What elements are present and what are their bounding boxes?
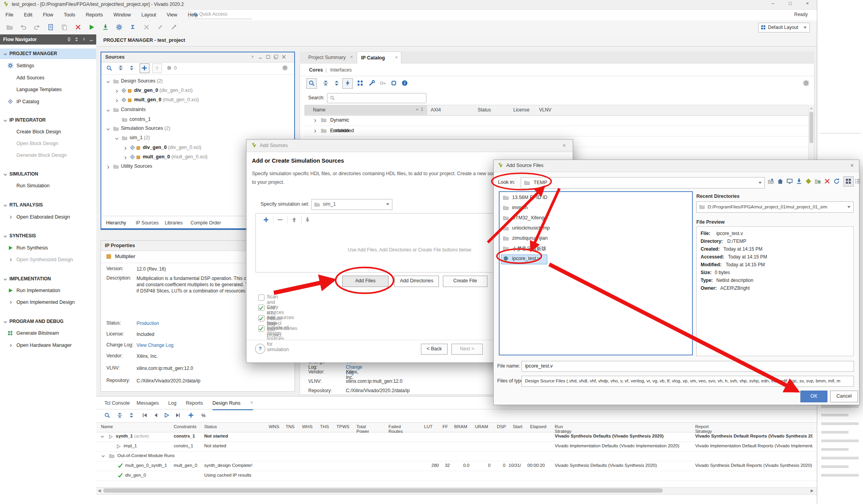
chevron-down-icon[interactable] xyxy=(106,108,110,113)
help-icon[interactable]: ? xyxy=(250,54,255,59)
chevron-down-icon[interactable] xyxy=(106,126,110,132)
column-header-status[interactable]: Status xyxy=(478,107,491,113)
chevron-right-icon[interactable] xyxy=(123,155,128,160)
sim-set-combo[interactable]: sim_1 xyxy=(311,199,392,210)
tab-tcl-console[interactable]: Tcl Console xyxy=(104,398,132,409)
tab-log[interactable]: Log xyxy=(168,398,179,409)
expand-all-icon[interactable] xyxy=(74,36,79,42)
quick-access-search[interactable]: Quick Access xyxy=(193,11,252,19)
runs-column-dsp[interactable]: DSP xyxy=(497,424,506,429)
checkbox-unchecked[interactable] xyxy=(258,294,264,301)
file-item-unlockmusictemp[interactable]: unlockmusictemp xyxy=(512,225,550,231)
add-files-button[interactable]: Add Files xyxy=(342,276,388,287)
float-icon[interactable] xyxy=(273,54,279,59)
license-key-icon[interactable] xyxy=(379,80,386,86)
sidebar-item-add-sources[interactable]: Add Sources xyxy=(16,75,45,81)
runs-table-row[interactable]: Out-of-Context Module Runs xyxy=(96,451,817,461)
chevron-right-icon[interactable] xyxy=(115,98,119,103)
chevron-right-icon[interactable] xyxy=(313,128,317,134)
chevron-down-icon[interactable] xyxy=(3,118,7,123)
runs-table-row[interactable]: div_gen_0Using cached IP results xyxy=(96,471,817,481)
expand-all-icon[interactable] xyxy=(128,412,135,418)
runs-column-tns[interactable]: TNS xyxy=(286,424,295,429)
collapse-all-icon[interactable] xyxy=(117,412,123,418)
help-icon[interactable]: ? xyxy=(152,63,162,73)
runs-column-bram[interactable]: BRAM xyxy=(454,424,467,429)
sidebar-item-ip-catalog[interactable]: IP Catalog xyxy=(16,99,39,104)
sidebar-item-run-implementation[interactable]: Run Implementation xyxy=(16,288,60,293)
runs-column-name[interactable]: Name xyxy=(101,424,113,429)
sidebar-item-open-hardware-manager[interactable]: Open Hardware Manager xyxy=(16,343,72,348)
runs-column-status[interactable]: Status xyxy=(204,424,217,429)
file-item-immich[interactable]: immich xyxy=(512,205,528,210)
files-of-type-combo[interactable]: Design Source Files (.vhd, vhdl, vhf, vh… xyxy=(521,376,854,387)
expand-all-icon[interactable] xyxy=(333,80,340,86)
chevron-down-icon[interactable] xyxy=(3,203,7,208)
tab-design-runs[interactable]: Design Runs× xyxy=(212,398,253,410)
refresh-icon[interactable] xyxy=(833,178,840,185)
runs-column-uram[interactable]: URAM xyxy=(475,424,488,429)
runs-column-tpws[interactable]: TPWS xyxy=(336,424,349,429)
move-up-icon[interactable] xyxy=(291,217,297,223)
column-header-vlnv[interactable]: VLNV xyxy=(539,107,551,113)
sidebar-item-run-simulation[interactable]: Run Simulation xyxy=(16,183,50,188)
chevron-right-icon[interactable] xyxy=(9,214,13,220)
menu-flow[interactable]: Flow xyxy=(43,12,53,18)
cancel-icon[interactable] xyxy=(143,24,150,30)
chevron-right-icon[interactable] xyxy=(9,257,13,262)
first-icon[interactable] xyxy=(142,412,148,418)
close-icon[interactable]: × xyxy=(850,162,854,169)
scroll-right-icon[interactable]: ▶ xyxy=(811,488,814,493)
filter-icon[interactable] xyxy=(344,80,351,86)
chevron-down-icon[interactable] xyxy=(106,79,110,84)
minimize-icon[interactable] xyxy=(258,54,263,59)
tree-item-sim_1[interactable]: sim_1 (2) xyxy=(129,135,150,140)
catalog-category-Embedded Processing[interactable]: Embedded Processing xyxy=(330,126,354,136)
vivado-icon[interactable] xyxy=(805,178,812,185)
checkbox-checked[interactable] xyxy=(258,315,264,321)
sidebar-section-program-and-debug[interactable]: PROGRAM AND DEBUG xyxy=(9,319,63,324)
delete-icon[interactable] xyxy=(824,178,831,185)
scroll-up-icon[interactable] xyxy=(809,106,813,111)
file-item-STM32_Xifeng[interactable]: STM32_Xifeng xyxy=(512,215,545,221)
minimize-icon[interactable] xyxy=(89,36,94,42)
minus-icon[interactable] xyxy=(277,217,283,223)
catalog-row[interactable] xyxy=(304,115,808,126)
file-item-zimutiquruanjian[interactable]: zimutiquruanjian xyxy=(512,235,548,241)
tab-compile-order[interactable]: Compile Order xyxy=(191,220,221,226)
sidebar-item-generate-bitstream[interactable]: Generate Bitstream xyxy=(16,330,59,336)
chevron-down-icon[interactable] xyxy=(101,453,105,459)
tree-item-mult_gen_0[interactable]: mult_gen_0 (mult_gen_0.xci) xyxy=(134,97,199,102)
close-icon[interactable]: × xyxy=(395,55,398,60)
chevron-down-icon[interactable] xyxy=(3,172,7,177)
column-header-name[interactable]: Name xyxy=(313,107,325,113)
sidebar-item-open-elaborated-design[interactable]: Open Elaborated Design xyxy=(16,214,70,220)
prev-icon[interactable] xyxy=(153,412,159,418)
download-icon[interactable] xyxy=(796,178,802,185)
menu-view[interactable]: View xyxy=(167,12,177,18)
help-icon[interactable]: ? xyxy=(81,36,86,42)
runs-column-ff[interactable]: FF xyxy=(442,424,448,429)
column-header-axi4[interactable]: AXI4 xyxy=(431,107,441,113)
menu-tools[interactable]: Tools xyxy=(64,12,75,18)
tree-item-Design Sources[interactable]: Design Sources (2) xyxy=(121,78,163,84)
back-button[interactable]: < Back xyxy=(421,344,448,355)
chevron-right-icon[interactable] xyxy=(123,145,128,151)
sidebar-item-open-implemented-design[interactable]: Open Implemented Design xyxy=(16,300,75,305)
grid-view-icon[interactable] xyxy=(845,178,852,185)
percent-icon[interactable]: % xyxy=(200,412,207,418)
up-folder-icon[interactable] xyxy=(768,178,774,185)
sidebar-item-create-block-design[interactable]: Create Block Design xyxy=(16,129,61,135)
close-button[interactable]: × xyxy=(800,1,814,6)
sidebar-item-settings[interactable]: Settings xyxy=(16,63,34,68)
sidebar-section-rtl-analysis[interactable]: RTL ANALYSIS xyxy=(9,202,43,208)
runs-column-constraints[interactable]: Constraints xyxy=(174,424,196,429)
close-icon[interactable]: × xyxy=(250,400,253,405)
tab-reports[interactable]: Reports xyxy=(186,398,205,409)
chevron-down-icon[interactable] xyxy=(3,233,7,239)
sidebar-item-run-synthesis[interactable]: Run Synthesis xyxy=(16,245,48,251)
add-sources-icon[interactable] xyxy=(140,63,149,73)
customize-icon[interactable] xyxy=(369,80,375,86)
tab-ip-catalog[interactable]: IP Catalog× xyxy=(357,52,401,64)
sidebar-item-generate-block-design[interactable]: Generate Block Design xyxy=(16,152,67,158)
